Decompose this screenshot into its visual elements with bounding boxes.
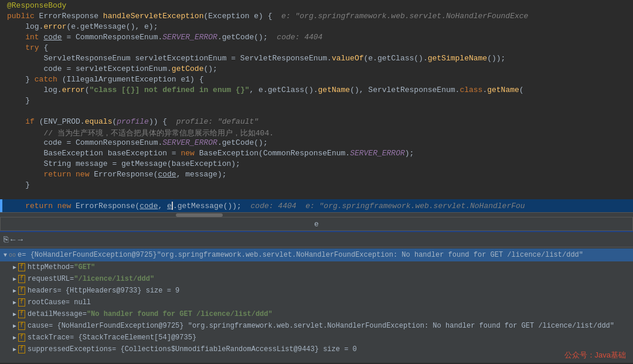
code-content: @ResponseBody public ErrorResponse handl… xyxy=(0,0,633,192)
field-icon-detailMessage: f xyxy=(18,310,25,318)
var-name-requestURL: requestURL xyxy=(28,275,70,283)
field-icon-stackTrace: f xyxy=(18,334,25,342)
var-name-detailMessage: detailMessage xyxy=(28,310,83,318)
expand-icon-suppressedExceptions[interactable]: ▶ xyxy=(13,346,16,353)
var-name-suppressedExceptions: suppressedExceptions xyxy=(28,345,112,353)
code-line-4: try { xyxy=(5,43,633,54)
expand-icon-httpMethod[interactable]: ▶ xyxy=(13,264,16,271)
expand-icon-detailMessage[interactable]: ▶ xyxy=(13,311,16,318)
var-name-root: e xyxy=(18,251,22,259)
var-val-root: "org.springframework.web.servlet.NoHandl… xyxy=(157,251,583,259)
forward-button[interactable]: → xyxy=(18,235,22,244)
scrollbar-thumb[interactable] xyxy=(176,213,223,217)
field-icon-headers: f xyxy=(18,287,25,295)
back-button[interactable]: ← xyxy=(11,235,15,244)
code-line-13: code = CommonResponseEnum.SERVER_ERROR.g… xyxy=(5,138,633,149)
code-line-16: return new ErrorResponse(code, message); xyxy=(5,170,633,181)
var-val-detailMessage: "No handler found for GET /licence/list/… xyxy=(87,310,273,318)
expand-icon-headers[interactable]: ▶ xyxy=(13,287,16,294)
code-line-9: } xyxy=(5,96,633,107)
tooltip-var-name: e xyxy=(314,220,319,229)
variable-tooltip: e xyxy=(0,217,633,231)
debug-row-requestURL[interactable]: ▶ f requestURL = "/licence/list/ddd" xyxy=(0,273,633,285)
expand-icon-cause[interactable]: ▶ xyxy=(13,322,16,329)
highlighted-return-line: return new ErrorResponse(code, e.getMess… xyxy=(0,199,633,212)
code-line-15: String message = getMessage(baseExceptio… xyxy=(5,159,633,170)
var-name-httpMethod: httpMethod xyxy=(28,263,70,271)
expand-icon-stackTrace[interactable]: ▶ xyxy=(13,334,16,341)
field-icon-rootCause: f xyxy=(18,298,25,307)
debug-row-httpMethod[interactable]: ▶ f httpMethod = "GET" xyxy=(0,261,633,273)
var-name-cause: cause xyxy=(28,322,49,330)
code-line-10 xyxy=(5,107,633,117)
var-name-rootCause: rootCause xyxy=(28,298,66,307)
copy-icon[interactable]: ⎘ xyxy=(4,235,8,244)
code-line-14: BaseException baseException = new BaseEx… xyxy=(5,149,633,159)
code-line-6: code = servletExceptionEnum.getCode(); xyxy=(5,64,633,75)
debug-row-stackTrace[interactable]: ▶ f stackTrace = {StackTraceElement[54]@… xyxy=(0,332,633,343)
code-line-5: ServletResponseEnum servletExceptionEnum… xyxy=(5,54,633,64)
debug-row-suppressedExceptions[interactable]: ▶ f suppressedExceptions = {Collections$… xyxy=(0,343,633,355)
field-icon-requestURL: f xyxy=(18,275,25,283)
debug-row-detailMessage[interactable]: ▶ f detailMessage = "No handler found fo… xyxy=(0,308,633,320)
var-eq-root: = {NoHandlerFoundException@9725} xyxy=(22,251,156,259)
field-icon-suppressedExceptions: f xyxy=(18,345,25,353)
code-line-3: int code = CommonResponseEnum.SERVER_ERR… xyxy=(5,33,633,43)
debug-row-root[interactable]: ▼ oo e = {NoHandlerFoundException@9725} … xyxy=(0,249,633,261)
debug-row-headers[interactable]: ▶ f headers = {HttpHeaders@9733} size = … xyxy=(0,285,633,297)
code-editor: @ResponseBody public ErrorResponse handl… xyxy=(0,0,633,199)
var-name-stackTrace: stackTrace xyxy=(28,334,70,342)
code-line-17: } xyxy=(5,181,633,191)
expand-icon-root[interactable]: ▼ xyxy=(4,252,7,258)
debug-panel: ⎘ ← → ▼ oo e = {NoHandlerFoundException@… xyxy=(0,231,633,363)
code-line-2: log.error(e.getMessage(), e); xyxy=(5,22,633,33)
debug-row-rootCause[interactable]: ▶ f rootCause = null xyxy=(0,297,633,308)
expand-icon-requestURL[interactable]: ▶ xyxy=(13,275,16,283)
code-line-11: if (ENV_PROD.equals(profile)) { profile:… xyxy=(5,117,633,128)
field-icon-cause: f xyxy=(18,322,25,330)
code-line-12: // 当为生产环境，不适合把具体的异常信息展示给用户，比如404. xyxy=(5,128,633,138)
debug-row-cause[interactable]: ▶ f cause = {NoHandlerFoundException@972… xyxy=(0,320,633,332)
debug-rows: ▼ oo e = {NoHandlerFoundException@9725} … xyxy=(0,247,633,356)
var-val-requestURL: "/licence/list/ddd" xyxy=(74,275,154,283)
debug-toolbar: ⎘ ← → xyxy=(0,232,633,247)
expand-icon-rootCause[interactable]: ▶ xyxy=(13,299,16,306)
horizontal-scrollbar[interactable] xyxy=(0,212,633,217)
field-prefix-root: oo xyxy=(9,252,16,258)
annotation-text: @ResponseBody xyxy=(7,1,66,10)
main-container: @ResponseBody public ErrorResponse handl… xyxy=(0,0,633,364)
watermark: 公众号：Java基础 xyxy=(564,350,626,360)
var-name-headers: headers xyxy=(28,287,57,295)
var-val-httpMethod: "GET" xyxy=(74,263,95,271)
code-line-8: log.error("class [{}] not defined in enu… xyxy=(5,86,633,96)
code-line-7: } catch (IllegalArgumentException e1) { xyxy=(5,75,633,86)
field-icon-httpMethod: f xyxy=(18,263,25,271)
code-line-annotation: @ResponseBody xyxy=(5,1,633,12)
code-line-1: public ErrorResponse handleServletExcept… xyxy=(5,12,633,22)
